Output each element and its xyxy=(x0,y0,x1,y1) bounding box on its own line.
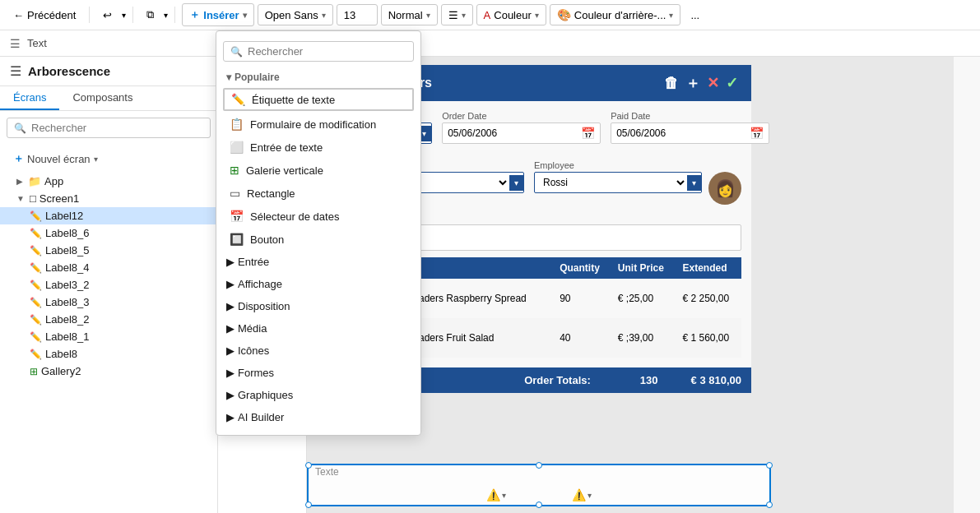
text-label-icon: ✏️ xyxy=(231,93,245,106)
category-entree[interactable]: ▶ Entrée xyxy=(216,251,420,273)
category-media[interactable]: ▶ Média xyxy=(216,317,420,340)
hamburger-icon: ☰ xyxy=(10,37,21,50)
tab-components[interactable]: Composants xyxy=(59,86,146,110)
label-icon: ✏️ xyxy=(30,349,42,360)
category-formes[interactable]: ▶ Formes xyxy=(216,362,420,384)
font-size-select[interactable]: 13 xyxy=(337,4,378,25)
warning-icon-left: ⚠️ xyxy=(486,488,500,501)
calendar-icon[interactable]: 📅 xyxy=(576,123,600,143)
tree-item-label8-1[interactable]: ✏️ Label8_1 xyxy=(0,328,217,345)
paid-date-label: Paid Date xyxy=(611,111,769,121)
category-ai-builder[interactable]: ▶ AI Builder xyxy=(216,406,420,428)
dropdown-item-rectangle[interactable]: ▭ Rectangle xyxy=(216,182,420,205)
tree-item-label8-6[interactable]: ✏️ Label8_6 xyxy=(0,224,217,242)
undo-button[interactable]: ↩ xyxy=(96,6,118,25)
align-select[interactable]: ☰ ▾ xyxy=(441,4,473,25)
order-date-input[interactable] xyxy=(443,124,576,142)
category-chevron-icon: ▶ xyxy=(226,256,235,268)
northwind-header-icons: 🗑 ＋ ✕ ✓ xyxy=(664,73,738,93)
handle-tr[interactable] xyxy=(766,462,773,469)
category-icones[interactable]: ▶ Icônes xyxy=(216,340,420,362)
tree-item-label3-2[interactable]: ✏️ Label3_2 xyxy=(0,276,217,293)
handle-br[interactable] xyxy=(766,501,773,508)
footer-total-qty: 130 xyxy=(640,374,658,386)
col-extended: Extended xyxy=(676,257,742,279)
dropdown-item-text-label[interactable]: ✏️ Étiquette de texte xyxy=(223,88,414,111)
sidebar-search-input[interactable] xyxy=(31,122,203,134)
tree-item-label8-3[interactable]: ✏️ Label8_3 xyxy=(0,293,217,311)
tree-item-app[interactable]: ▶ 📁 App xyxy=(0,173,217,190)
category-affichage[interactable]: ▶ Affichage xyxy=(216,273,420,295)
dropdown-search-input[interactable] xyxy=(248,45,406,58)
warning-chevron-left: ▾ xyxy=(502,491,506,500)
separator-2 xyxy=(132,7,133,23)
tree-label-label8-1: Label8_1 xyxy=(45,330,90,343)
handle-tm[interactable] xyxy=(536,462,542,469)
back-button[interactable]: ← Précédent xyxy=(7,6,82,25)
new-screen-button[interactable]: ＋ Nouvel écran ▾ xyxy=(7,148,211,169)
style-select[interactable]: Normal ▾ xyxy=(381,4,438,25)
handle-bm[interactable] xyxy=(536,501,542,508)
dropdown-item-text-input[interactable]: ⬜ Entrée de texte xyxy=(216,136,420,159)
category-chevron-icon: ▶ xyxy=(226,322,235,335)
selected-text-element[interactable]: Texte ⚠️ ▾ ⚠️ ▾ xyxy=(307,464,771,506)
sidebar-title: Arborescence xyxy=(28,64,110,78)
tree-item-label8[interactable]: ✏️ Label8 xyxy=(0,345,217,363)
bg-color-chevron-icon: ▾ xyxy=(669,11,673,20)
separator-3 xyxy=(174,7,175,23)
warning-chevron-right: ▾ xyxy=(588,491,592,500)
undo-dropdown-icon[interactable]: ▾ xyxy=(122,11,126,20)
dropdown-search-box[interactable]: 🔍 xyxy=(223,41,414,62)
tree-item-label8-2[interactable]: ✏️ Label8_2 xyxy=(0,311,217,328)
field-paid-date: Paid Date 📅 xyxy=(611,111,769,152)
insert-button[interactable]: ＋ Insérer ▾ xyxy=(182,3,253,26)
button-icon: 🔲 xyxy=(230,233,244,246)
category-graphiques[interactable]: ▶ Graphiques xyxy=(216,384,420,406)
tree-item-screen1[interactable]: ▼ □ Screen1 xyxy=(0,190,217,207)
align-chevron-icon: ▾ xyxy=(462,11,466,20)
paid-date-input[interactable] xyxy=(611,124,745,142)
tree-label-label8-6: Label8_6 xyxy=(45,227,90,239)
category-disposition[interactable]: ▶ Disposition xyxy=(216,295,420,317)
dropdown-item-vertical-gallery[interactable]: ⊞ Galerie verticale xyxy=(216,159,420,182)
color-select[interactable]: A Couleur ▾ xyxy=(476,4,546,25)
check-icon[interactable]: ✓ xyxy=(726,74,738,92)
copy-dropdown-icon[interactable]: ▾ xyxy=(164,11,168,20)
add-icon[interactable]: ＋ xyxy=(685,73,700,93)
employee-avatar: 👩 xyxy=(708,172,741,205)
employee-select[interactable]: Rossi ▾ xyxy=(534,172,702,193)
employee-dropdown[interactable]: Rossi xyxy=(535,173,687,192)
paid-date-picker[interactable]: 📅 xyxy=(611,122,769,144)
handle-tl[interactable] xyxy=(305,462,312,469)
toolbar: ← Précédent ↩ ▾ ⧉ ▾ ＋ Insérer ▾ Open San… xyxy=(0,0,980,30)
text-box-label: Texte xyxy=(309,463,346,481)
employee-label: Employee xyxy=(534,160,741,170)
order-date-picker[interactable]: 📅 xyxy=(442,122,601,144)
tree-item-label12[interactable]: ✏️ Label12 xyxy=(0,207,217,224)
dropdown-item-button[interactable]: 🔲 Bouton xyxy=(216,228,420,251)
label-icon: ✏️ xyxy=(30,262,42,274)
dropdown-item-form[interactable]: 📋 Formulaire de modification xyxy=(216,113,420,136)
tree-item-label8-5[interactable]: ✏️ Label8_5 xyxy=(0,242,217,259)
category-chevron-icon: ▶ xyxy=(226,300,235,312)
search-icon: 🔍 xyxy=(14,122,26,134)
handle-bl[interactable] xyxy=(305,501,312,508)
tree-item-gallery2[interactable]: ⊞ Gallery2 xyxy=(0,363,217,380)
color-chevron-icon: ▾ xyxy=(535,11,539,20)
employee-select-wrapper: Rossi ▾ xyxy=(534,172,702,193)
formula-bar: ☰ Text xyxy=(0,30,980,57)
tree-label-label8-2: Label8_2 xyxy=(45,313,90,326)
trash-icon[interactable]: 🗑 xyxy=(664,75,679,92)
copy-button[interactable]: ⧉ xyxy=(140,5,160,25)
customer-arrow-icon: ▾ xyxy=(509,175,523,191)
bg-color-select[interactable]: 🎨 Couleur d'arrière-... ▾ xyxy=(550,4,681,25)
more-button[interactable]: ... xyxy=(684,6,706,25)
label-icon: ✏️ xyxy=(30,245,42,256)
close-icon[interactable]: ✕ xyxy=(707,74,719,92)
paid-calendar-icon[interactable]: 📅 xyxy=(745,123,769,143)
sidebar-search-box[interactable]: 🔍 xyxy=(7,118,211,138)
tree-item-label8-4[interactable]: ✏️ Label8_4 xyxy=(0,259,217,276)
dropdown-item-date-picker[interactable]: 📅 Sélecteur de dates xyxy=(216,205,420,228)
tab-screens[interactable]: Écrans xyxy=(0,86,59,110)
font-family-select[interactable]: Open Sans ▾ xyxy=(258,4,333,25)
